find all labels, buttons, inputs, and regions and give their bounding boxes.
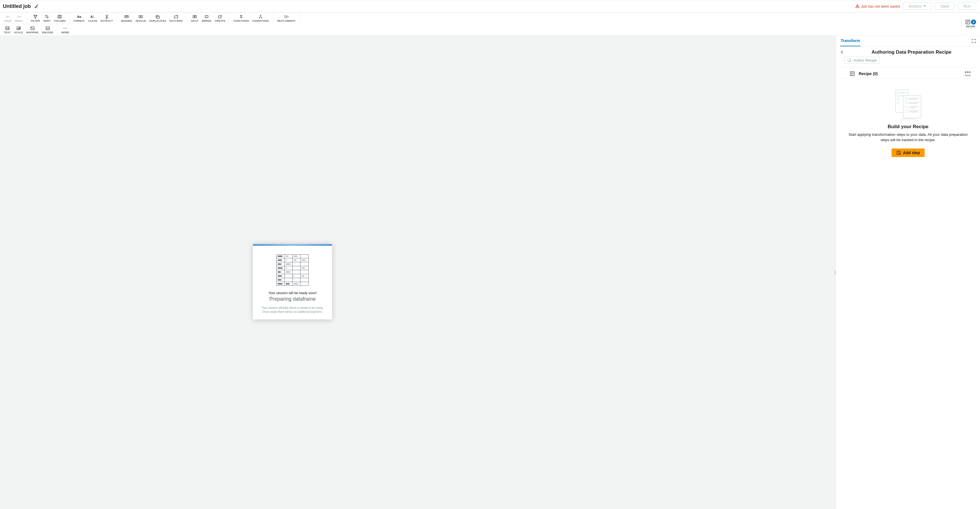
clean-button[interactable]: A✕ CLEAN [86, 14, 99, 22]
missing-icon [124, 14, 129, 19]
svg-point-27 [259, 17, 260, 18]
duplicates-icon [156, 14, 160, 19]
svg-point-47 [65, 28, 66, 29]
svg-rect-69 [294, 259, 296, 260]
svg-rect-83 [286, 283, 290, 284]
svg-text:Σ: Σ [240, 14, 242, 19]
svg-point-28 [261, 17, 262, 18]
loading-title: Preparing dataframe [253, 296, 332, 302]
svg-rect-40 [19, 27, 20, 29]
app-header: Untitled job Job has not been saved Acti… [0, 0, 980, 13]
column-button[interactable]: COLUMN [52, 14, 67, 22]
conditions-button[interactable]: CONDITIONS [251, 14, 271, 22]
sort-button[interactable]: SORT [41, 14, 52, 22]
loading-subtitle: Your session will be ready soon! [253, 291, 332, 295]
recipe-count-badge: 0 [971, 19, 976, 25]
empty-state-title: Build your Recipe [848, 124, 969, 130]
extract-button[interactable]: EXTRACT [99, 14, 115, 22]
encode-icon: 01 [46, 26, 50, 31]
recipe-more-button[interactable]: ••• More [965, 71, 971, 77]
split-button[interactable]: SPLIT [189, 14, 200, 22]
expand-icon[interactable] [972, 39, 976, 43]
undo-button[interactable]: UNDO [2, 14, 13, 22]
column-icon [57, 14, 62, 19]
duplicates-button[interactable]: DUPLICATES [148, 14, 168, 22]
nest-unnest-icon [284, 14, 289, 19]
svg-rect-0 [35, 8, 38, 8]
merge-icon [204, 14, 209, 19]
empty-recipe-illustration-icon: ABC [894, 88, 922, 119]
recipe-icon [965, 19, 970, 25]
functions-button[interactable]: Σ FUNCTIONS [232, 14, 251, 22]
merge-button[interactable]: MERGE [200, 14, 213, 22]
svg-text:Aa: Aa [77, 15, 81, 18]
svg-rect-70 [302, 259, 305, 260]
functions-icon: Σ [239, 14, 243, 19]
redo-button[interactable]: REDO [13, 14, 24, 22]
resize-handle[interactable]: || [834, 270, 835, 274]
recipe-toggle[interactable]: 0 RECIPE [965, 19, 976, 28]
ellipsis-icon: ••• [965, 71, 971, 74]
text-icon: ABC [5, 26, 10, 31]
svg-point-68 [286, 259, 287, 260]
encode-button[interactable]: 01 ENCODE [40, 26, 55, 34]
sort-icon [45, 14, 49, 19]
svg-rect-64 [277, 255, 283, 257]
mapping-button[interactable]: MAPPING [25, 26, 40, 34]
svg-rect-78 [277, 275, 282, 276]
create-button[interactable]: CREATE [213, 14, 227, 22]
split-icon [192, 14, 197, 19]
author-recipe-chip[interactable]: Author Recipe [844, 57, 880, 64]
svg-rect-24 [218, 16, 221, 18]
svg-point-30 [284, 16, 285, 17]
filter-button[interactable]: FILTER [29, 14, 41, 22]
chevron-down-icon [923, 5, 926, 7]
svg-rect-65 [286, 255, 288, 257]
svg-rect-71 [277, 263, 282, 265]
svg-rect-66 [294, 255, 298, 257]
svg-rect-77 [286, 271, 290, 273]
svg-rect-75 [302, 267, 305, 268]
nest-unnest-button[interactable]: NEST-UNNEST [275, 14, 298, 22]
missing-button[interactable]: MISSING [119, 14, 134, 22]
filter-icon [33, 14, 38, 19]
outliers-icon [174, 14, 178, 19]
svg-rect-84 [294, 283, 298, 284]
job-title: Untitled job [3, 3, 31, 10]
scale-icon [16, 26, 21, 31]
svg-text:01: 01 [47, 27, 49, 30]
text-button[interactable]: ABC TEXT [2, 26, 13, 34]
svg-rect-73 [277, 267, 283, 268]
svg-point-109 [900, 118, 917, 119]
svg-text:ABC: ABC [6, 27, 10, 29]
edit-title-icon[interactable] [34, 4, 39, 8]
add-step-button[interactable]: Add step [892, 149, 925, 157]
clean-icon: A✕ [90, 14, 95, 19]
panel-title: Authoring Data Preparation Recipe [847, 49, 976, 55]
table-illustration-icon [276, 254, 309, 286]
invalid-button[interactable]: INVALID [134, 14, 148, 22]
warning-icon [855, 4, 860, 8]
more-button[interactable]: MORE [60, 26, 71, 34]
run-button[interactable]: Run [958, 3, 976, 10]
scale-button[interactable]: SCALE [13, 26, 25, 34]
actions-button[interactable]: Actions [903, 3, 931, 10]
format-button[interactable]: Aa FORMAT [72, 14, 86, 22]
back-icon[interactable] [840, 50, 844, 54]
extract-icon [105, 14, 109, 19]
outliers-button[interactable]: OUTLIERS [168, 14, 185, 22]
svg-point-31 [284, 17, 285, 18]
invalid-icon [138, 14, 143, 19]
loading-card: Your session will be ready soon! Prepari… [253, 244, 332, 319]
save-button[interactable]: Save [935, 3, 955, 10]
svg-rect-81 [277, 279, 282, 280]
tab-transform[interactable]: Transform [840, 36, 861, 46]
svg-rect-18 [193, 16, 194, 18]
svg-text:✕: ✕ [93, 15, 94, 17]
redo-icon [17, 14, 21, 19]
svg-point-74 [286, 267, 287, 268]
svg-text:A: A [91, 15, 93, 18]
recipe-count-title: Recipe (0) [859, 71, 878, 76]
svg-rect-39 [18, 28, 19, 29]
right-panel: || Transform Authoring Data Preparation … [836, 36, 980, 509]
